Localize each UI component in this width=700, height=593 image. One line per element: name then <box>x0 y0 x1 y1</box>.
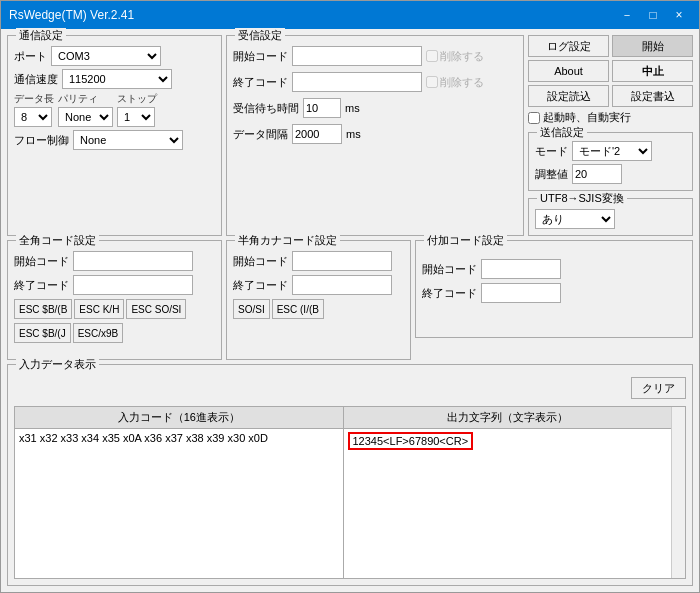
data-len-label: データ長 <box>14 92 54 106</box>
stop-select[interactable]: 12 <box>117 107 155 127</box>
parity-select[interactable]: NoneOddEven <box>58 107 113 127</box>
esc-btn-5[interactable]: ESC/x9B <box>73 323 124 343</box>
main-window: RsWedge(TM) Ver.2.41 － □ × 通信設定 ポート COM1… <box>0 0 700 593</box>
recv-settings-title: 受信設定 <box>235 28 285 43</box>
input-value: x31 x32 x33 x34 x35 x0A x36 x37 x38 x39 … <box>19 432 268 444</box>
about-button[interactable]: About <box>528 60 609 82</box>
recv-end-input[interactable] <box>292 72 422 92</box>
recv-interval-input[interactable] <box>292 124 342 144</box>
zenkaku-start-row: 開始コード <box>14 251 215 271</box>
send-settings-title: 送信設定 <box>537 125 587 140</box>
esc-btn-3[interactable]: ESC SO/SI <box>126 299 186 319</box>
input-display-group: 入力データ表示 クリア 入力コード（16進表示） x31 x32 x33 x34… <box>7 364 693 586</box>
mode-label: モード <box>535 144 568 159</box>
hankaku-end-input[interactable] <box>292 275 392 295</box>
recv-start-delete-label: 削除する <box>426 49 484 64</box>
log-settings-button[interactable]: ログ設定 <box>528 35 609 57</box>
adjust-label: 調整値 <box>535 167 568 182</box>
mode-select[interactable]: モード'1 モード'2 モード'3 <box>572 141 652 161</box>
baud-label: 通信速度 <box>14 72 58 87</box>
zenkaku-esc-row1: ESC $B/(B ESC K/H ESC SO/SI <box>14 299 215 319</box>
utf8-select[interactable]: あり なし <box>535 209 615 229</box>
port-select[interactable]: COM1 COM2 COM3 COM4 <box>51 46 161 66</box>
recv-wait-row: 受信待ち時間 ms <box>233 98 517 118</box>
adjust-input[interactable] <box>572 164 622 184</box>
hankaku-start-row: 開始コード <box>233 251 404 271</box>
output-value: 12345<LF>67890<CR> <box>348 432 474 450</box>
zenkaku-end-input[interactable] <box>73 275 193 295</box>
main-content: 通信設定 ポート COM1 COM2 COM3 COM4 通信速度 <box>1 29 699 592</box>
maximize-button[interactable]: □ <box>641 5 665 25</box>
stop-button[interactable]: 中止 <box>612 60 693 82</box>
recv-end-delete-label: 削除する <box>426 75 484 90</box>
data-table: 入力コード（16進表示） x31 x32 x33 x34 x35 x0A x36… <box>14 406 686 579</box>
recv-start-row: 開始コード 削除する <box>233 46 517 66</box>
hankaku-esc-row: SO/SI ESC (I/(B <box>233 299 404 319</box>
recv-start-delete-check[interactable] <box>426 50 438 62</box>
fuka-end-input[interactable] <box>481 283 561 303</box>
fuka-title: 付加コード設定 <box>424 233 507 248</box>
auto-exec-row: 起動時、自動実行 <box>528 110 693 125</box>
flow-row: フロー制御 NoneXon/XoffRTS/CTS <box>14 130 215 150</box>
scrollbar[interactable] <box>671 407 685 578</box>
second-row: 全角コード設定 開始コード 終了コード ESC $B/(B ESC K/H ES… <box>7 240 693 360</box>
recv-end-delete-check[interactable] <box>426 76 438 88</box>
auto-exec-checkbox[interactable] <box>528 112 540 124</box>
flow-select[interactable]: NoneXon/XoffRTS/CTS <box>73 130 183 150</box>
hankaku-esc-btn-2[interactable]: ESC (I/(B <box>272 299 324 319</box>
clear-button[interactable]: クリア <box>631 377 686 399</box>
recv-wait-input[interactable] <box>303 98 341 118</box>
hankaku-start-label: 開始コード <box>233 254 288 269</box>
save-settings-button[interactable]: 設定書込 <box>612 85 693 107</box>
adjust-row: 調整値 <box>535 164 686 184</box>
close-button[interactable]: × <box>667 5 691 25</box>
fuka-end-label: 終了コード <box>422 286 477 301</box>
zenkaku-start-label: 開始コード <box>14 254 69 269</box>
esc-btn-1[interactable]: ESC $B/(B <box>14 299 72 319</box>
recv-start-label: 開始コード <box>233 49 288 64</box>
hankaku-esc-btn-1[interactable]: SO/SI <box>233 299 270 319</box>
recv-interval-row: データ間隔 ms <box>233 124 517 144</box>
baud-row: 通信速度 9600 19200 38400 57600 115200 <box>14 69 215 89</box>
stop-label: ストップ <box>117 92 157 106</box>
recv-wait-label: 受信待ち時間 <box>233 101 299 116</box>
recv-start-input[interactable] <box>292 46 422 66</box>
zenkaku-start-input[interactable] <box>73 251 193 271</box>
esc-btn-4[interactable]: ESC $B/(J <box>14 323 71 343</box>
mode-row: モード モード'1 モード'2 モード'3 <box>535 141 686 161</box>
baud-select[interactable]: 9600 19200 38400 57600 115200 <box>62 69 172 89</box>
zenkaku-group: 全角コード設定 開始コード 終了コード ESC $B/(B ESC K/H ES… <box>7 240 222 360</box>
top-btn-row: ログ設定 開始 <box>528 35 693 57</box>
input-col-body: x31 x32 x33 x34 x35 x0A x36 x37 x38 x39 … <box>15 429 343 578</box>
utf8-group: UTF8→SJIS変換 あり なし <box>528 198 693 236</box>
output-col-body: 12345<LF>67890<CR> <box>344 429 672 578</box>
fuka-end-row: 終了コード <box>422 283 686 303</box>
clear-btn-row: クリア <box>14 377 686 399</box>
recv-interval-label: データ間隔 <box>233 127 288 142</box>
hankaku-group: 半角カナコード設定 開始コード 終了コード SO/SI ESC (I/(B <box>226 240 411 360</box>
load-save-btn-row: 設定読込 設定書込 <box>528 85 693 107</box>
fuka-start-row: 開始コード <box>422 259 686 279</box>
esc-btn-2[interactable]: ESC K/H <box>74 299 124 319</box>
fuka-group: 付加コード設定 開始コード 終了コード <box>415 240 693 338</box>
zenkaku-esc-row2: ESC $B/(J ESC/x9B <box>14 323 215 343</box>
port-row: ポート COM1 COM2 COM3 COM4 <box>14 46 215 66</box>
parity-label: パリティ <box>58 92 98 106</box>
data-len-select[interactable]: 5678 <box>14 107 52 127</box>
data-len-row: データ長 5678 パリティ NoneOddEven ス <box>14 92 215 127</box>
comm-settings-group: 通信設定 ポート COM1 COM2 COM3 COM4 通信速度 <box>7 35 222 236</box>
minimize-button[interactable]: － <box>615 5 639 25</box>
hankaku-start-input[interactable] <box>292 251 392 271</box>
hankaku-end-row: 終了コード <box>233 275 404 295</box>
recv-end-row: 終了コード 削除する <box>233 72 517 92</box>
fuka-start-input[interactable] <box>481 259 561 279</box>
send-settings-group: 送信設定 モード モード'1 モード'2 モード'3 調整値 <box>528 132 693 191</box>
titlebar-buttons: － □ × <box>615 5 691 25</box>
about-btn-row: About 中止 <box>528 60 693 82</box>
auto-exec-label: 起動時、自動実行 <box>543 110 631 125</box>
recv-start-delete-text: 削除する <box>440 49 484 64</box>
titlebar: RsWedge(TM) Ver.2.41 － □ × <box>1 1 699 29</box>
recv-wait-unit: ms <box>345 102 360 114</box>
start-button[interactable]: 開始 <box>612 35 693 57</box>
load-settings-button[interactable]: 設定読込 <box>528 85 609 107</box>
